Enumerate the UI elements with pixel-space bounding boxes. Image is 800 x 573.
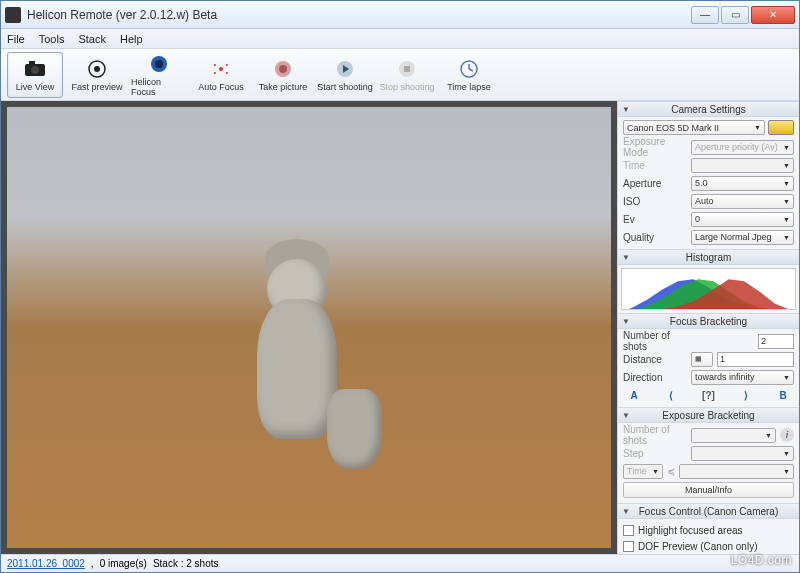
status-indicator: [?] [700,388,718,403]
eb-step-label: Step [623,448,687,459]
window-title: Helicon Remote (ver 2.0.12.w) Beta [27,8,691,22]
autofocus-icon [210,58,232,80]
fb-shots-label: Number of shots [623,330,687,352]
close-button[interactable]: ✕ [751,6,795,24]
quality-select[interactable]: Large Normal Jpeg▼ [691,230,794,245]
iso-label: ISO [623,196,687,207]
helicon-focus-button[interactable]: Helicon Focus [131,52,187,98]
battery-icon [768,120,794,135]
live-view-button[interactable]: Live View [7,52,63,98]
maximize-button[interactable]: ▭ [721,6,749,24]
highlight-checkbox[interactable] [623,525,634,536]
titlebar: Helicon Remote (ver 2.0.12.w) Beta — ▭ ✕ [1,1,799,29]
menu-tools[interactable]: Tools [39,33,65,45]
focus-control-header[interactable]: ▼Focus Control (Canon Camera) [618,503,799,519]
fb-direction-label: Direction [623,372,687,383]
highlight-label: Highlight focused areas [638,525,743,536]
next-step-button[interactable]: ⟩ [737,388,755,403]
svg-point-8 [214,64,216,66]
statusbar: 2011.01.26_0002, 0 image(s) Stack : 2 sh… [1,554,799,572]
histogram-header[interactable]: ▼Histogram [618,249,799,265]
svg-point-7 [219,67,223,71]
eb-time-select: Time▼ [623,464,663,479]
time-label: Time [623,160,687,171]
manual-info-button[interactable]: Manual/Info [623,482,794,498]
svg-point-1 [31,66,39,74]
menu-stack[interactable]: Stack [78,33,106,45]
camera-settings-header[interactable]: ▼Camera Settings [618,101,799,117]
start-shooting-button[interactable]: Start shooting [317,52,373,98]
iso-select[interactable]: Auto▼ [691,194,794,209]
info-icon[interactable]: i [780,428,794,442]
distance-unit-select[interactable]: ▦ [691,352,713,367]
prev-step-button[interactable]: ⟨ [662,388,680,403]
exposure-mode-select: Aperture priority (Av)▼ [691,140,794,155]
svg-point-11 [226,72,228,74]
svg-line-20 [469,69,473,71]
stop-icon [396,58,418,80]
camera-icon [24,58,46,80]
ev-label: Ev [623,214,687,225]
time-select: ▼ [691,158,794,173]
camera-select[interactable]: Canon EOS 5D Mark II▼ [623,120,765,135]
svg-point-4 [94,66,100,72]
svg-point-6 [155,60,163,68]
fb-direction-select[interactable]: towards infinity▼ [691,370,794,385]
aperture-select[interactable]: 5.0▼ [691,176,794,191]
stack-count: Stack : 2 shots [153,558,219,569]
eb-value-select: ▼ [679,464,794,479]
svg-rect-2 [29,61,35,65]
target-icon [86,58,108,80]
lens-icon [148,53,170,75]
side-panel: ▼Camera Settings Canon EOS 5D Mark II▼ E… [617,101,799,554]
svg-point-13 [279,65,287,73]
app-icon [5,7,21,23]
focus-bracketing-header[interactable]: ▼Focus Bracketing [618,313,799,329]
minimize-button[interactable]: — [691,6,719,24]
exposure-bracketing-header[interactable]: ▼Exposure Bracketing [618,407,799,423]
dof-checkbox[interactable] [623,541,634,552]
quality-label: Quality [623,232,687,243]
watermark: LO4D.com [731,553,792,567]
menubar: File Tools Stack Help [1,29,799,49]
fast-preview-button[interactable]: Fast preview [69,52,125,98]
take-picture-button[interactable]: Take picture [255,52,311,98]
eb-shots-label: Number of shots [623,424,687,446]
stop-shooting-button[interactable]: Stop shooting [379,52,435,98]
point-b-button[interactable]: B [774,388,792,403]
eb-shots-select: ▼ [691,428,776,443]
exposure-mode-label: Exposure Mode [623,136,687,158]
dof-label: DOF Preview (Canon only) [638,541,757,552]
figurine-subject [237,239,387,479]
fb-distance-label: Distance [623,354,687,365]
toolbar: Live View Fast preview Helicon Focus Aut… [1,49,799,101]
shutter-icon [272,58,294,80]
menu-file[interactable]: File [7,33,25,45]
image-count: 0 image(s) [100,558,147,569]
menu-help[interactable]: Help [120,33,143,45]
svg-rect-17 [404,66,410,72]
histogram-chart [621,268,796,310]
eb-step-select: ▼ [691,446,794,461]
svg-point-9 [226,64,228,66]
ev-select[interactable]: 0▼ [691,212,794,227]
clock-icon [458,58,480,80]
play-icon [334,58,356,80]
fb-shots-input[interactable]: 2 [758,334,794,349]
live-view-image[interactable] [7,107,611,548]
svg-point-10 [214,72,216,74]
aperture-label: Aperture [623,178,687,189]
auto-focus-button[interactable]: Auto Focus [193,52,249,98]
preview-pane [1,101,617,554]
fb-distance-input[interactable]: 1 [717,352,794,367]
point-a-button[interactable]: A [625,388,643,403]
time-lapse-button[interactable]: Time lapse [441,52,497,98]
filename-link[interactable]: 2011.01.26_0002 [7,558,85,569]
